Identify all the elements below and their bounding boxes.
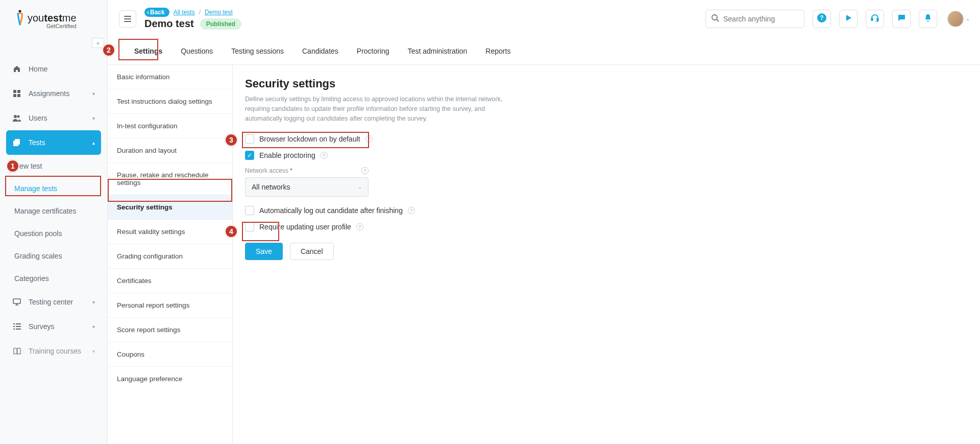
settings-nav-security[interactable]: Security settings bbox=[108, 195, 232, 220]
sidebar-sub-manage-tests[interactable]: Manage tests bbox=[8, 177, 101, 200]
sidebar-collapse-button[interactable]: « bbox=[92, 38, 104, 48]
svg-rect-2 bbox=[17, 90, 20, 93]
users-icon bbox=[12, 113, 21, 123]
tab-settings[interactable]: Settings bbox=[125, 38, 172, 64]
sidebar-item-label: Manage tests bbox=[14, 184, 57, 193]
settings-nav-coupons[interactable]: Coupons bbox=[108, 342, 232, 367]
settings-nav-test-instructions[interactable]: Test instructions dialog settings bbox=[108, 89, 232, 114]
sidebar-item-label: New test bbox=[14, 162, 42, 170]
chevron-down-icon: ▾ bbox=[92, 115, 95, 121]
sidebar-item-tests[interactable]: Tests ▴ bbox=[6, 130, 101, 155]
tab-candidates[interactable]: Candidates bbox=[293, 38, 348, 64]
sidebar-sub-categories[interactable]: Categories bbox=[8, 267, 101, 290]
search-icon bbox=[711, 14, 719, 24]
settings-nav-pause-retake[interactable]: Pause, retake and reschedule settings bbox=[108, 163, 232, 195]
auto-logout-checkbox[interactable] bbox=[245, 206, 254, 215]
svg-rect-16 bbox=[16, 329, 21, 330]
tab-reports[interactable]: Reports bbox=[476, 38, 520, 64]
sidebar-item-assignments[interactable]: Assignments ▾ bbox=[6, 81, 101, 106]
tab-test-administration[interactable]: Test administration bbox=[399, 38, 477, 64]
settings-nav-score-report[interactable]: Score report settings bbox=[108, 318, 232, 342]
field-label: Browser lockdown on by default bbox=[259, 135, 360, 143]
enable-proctoring-checkbox[interactable]: ✓ bbox=[245, 151, 254, 160]
svg-text:?: ? bbox=[820, 14, 823, 21]
info-icon[interactable]: ? bbox=[408, 207, 415, 214]
chevron-down-icon: ▾ bbox=[92, 348, 95, 354]
status-badge: Published bbox=[200, 18, 241, 30]
save-button[interactable]: Save bbox=[245, 243, 283, 260]
sidebar-item-surveys[interactable]: Surveys ▾ bbox=[6, 314, 101, 339]
sidebar-item-label: Home bbox=[29, 65, 47, 73]
select-value: All networks bbox=[252, 183, 290, 191]
settings-nav-grading-config[interactable]: Grading configuration bbox=[108, 244, 232, 269]
grid-icon bbox=[12, 89, 21, 98]
info-icon[interactable]: ? bbox=[361, 167, 369, 174]
back-label: Back bbox=[150, 9, 165, 16]
sidebar-item-label: Manage certificates bbox=[14, 207, 76, 215]
svg-rect-13 bbox=[13, 326, 15, 327]
tab-proctoring[interactable]: Proctoring bbox=[348, 38, 399, 64]
sidebar-sub-manage-certificates[interactable]: Manage certificates bbox=[8, 200, 101, 222]
chevron-down-icon: ▾ bbox=[92, 91, 95, 97]
network-access-select[interactable]: All networks ⌄ bbox=[245, 177, 369, 197]
settings-nav-language[interactable]: Language preference bbox=[108, 367, 232, 391]
settings-panel: Security settings Define security settin… bbox=[233, 65, 980, 444]
sidebar-sub-new-test[interactable]: New test bbox=[8, 155, 101, 177]
bell-icon bbox=[924, 14, 932, 24]
headset-icon bbox=[871, 14, 879, 24]
settings-nav-duration-layout[interactable]: Duration and layout bbox=[108, 138, 232, 163]
info-icon[interactable]: ? bbox=[321, 152, 328, 159]
settings-nav-basic-information[interactable]: Basic information bbox=[108, 65, 232, 89]
require-profile-checkbox[interactable] bbox=[245, 222, 254, 231]
tab-testing-sessions[interactable]: Testing sessions bbox=[222, 38, 293, 64]
browser-lockdown-checkbox[interactable] bbox=[245, 134, 254, 144]
field-auto-logout: Automatically log out candidate after fi… bbox=[245, 206, 968, 215]
settings-nav-in-test-config[interactable]: In-test configuration bbox=[108, 114, 232, 138]
header: ‹ Back All tests / Demo test Demo test P… bbox=[108, 0, 980, 38]
settings-nav-result-validity[interactable]: Result validity settings bbox=[108, 220, 232, 244]
tab-questions[interactable]: Questions bbox=[172, 38, 222, 64]
info-icon[interactable]: ? bbox=[365, 135, 373, 143]
sidebar-item-testing-center[interactable]: Testing center ▾ bbox=[6, 290, 101, 314]
support-button[interactable] bbox=[866, 10, 884, 28]
notifications-button[interactable] bbox=[919, 10, 937, 28]
field-label: Enable proctoring bbox=[259, 151, 315, 159]
required-marker: * bbox=[290, 167, 292, 174]
help-button[interactable]: ? bbox=[813, 10, 831, 28]
logo-mark-icon bbox=[15, 9, 24, 28]
svg-point-6 bbox=[17, 115, 20, 118]
sidebar-item-training-courses[interactable]: Training courses ▾ bbox=[6, 339, 101, 363]
sidebar-item-users[interactable]: Users ▾ bbox=[6, 106, 101, 130]
sidebar-sub-grading-scales[interactable]: Grading scales bbox=[8, 245, 101, 267]
search-input-wrapper[interactable] bbox=[705, 10, 804, 28]
help-icon: ? bbox=[817, 13, 826, 25]
sidebar-item-label: Assignments bbox=[29, 89, 69, 98]
sidebar-item-home[interactable]: Home bbox=[6, 57, 101, 81]
search-input[interactable] bbox=[723, 15, 813, 23]
chevron-up-icon: ▴ bbox=[92, 140, 95, 146]
svg-point-0 bbox=[19, 10, 21, 13]
user-menu[interactable]: ⌄ bbox=[947, 11, 970, 27]
book-icon bbox=[12, 346, 21, 356]
settings-nav-certificates[interactable]: Certificates bbox=[108, 269, 232, 293]
info-icon[interactable]: ? bbox=[356, 223, 363, 230]
back-button[interactable]: ‹ Back bbox=[144, 8, 169, 17]
field-browser-lockdown: Browser lockdown on by default ? bbox=[245, 134, 968, 144]
chevron-down-icon: ⌄ bbox=[966, 16, 970, 21]
field-enable-proctoring: ✓ Enable proctoring ? bbox=[245, 151, 968, 160]
breadcrumb-all-tests[interactable]: All tests bbox=[174, 9, 195, 16]
settings-nav-personal-report[interactable]: Personal report settings bbox=[108, 293, 232, 318]
sidebar: youtestme GetCertified « Home Assignment… bbox=[0, 0, 108, 444]
sidebar-sub-question-pools[interactable]: Question pools bbox=[8, 222, 101, 245]
breadcrumb-demo-test[interactable]: Demo test bbox=[205, 9, 233, 16]
sidebar-item-label: Training courses bbox=[29, 347, 81, 355]
chevron-left-icon: ‹ bbox=[147, 9, 149, 16]
logo: youtestme GetCertified bbox=[0, 7, 107, 39]
play-button[interactable] bbox=[839, 10, 857, 28]
home-icon bbox=[12, 64, 21, 74]
cancel-button[interactable]: Cancel bbox=[290, 243, 334, 260]
chat-icon bbox=[897, 14, 905, 24]
svg-rect-4 bbox=[17, 94, 20, 97]
hamburger-button[interactable] bbox=[119, 10, 136, 28]
chat-button[interactable] bbox=[892, 10, 911, 28]
